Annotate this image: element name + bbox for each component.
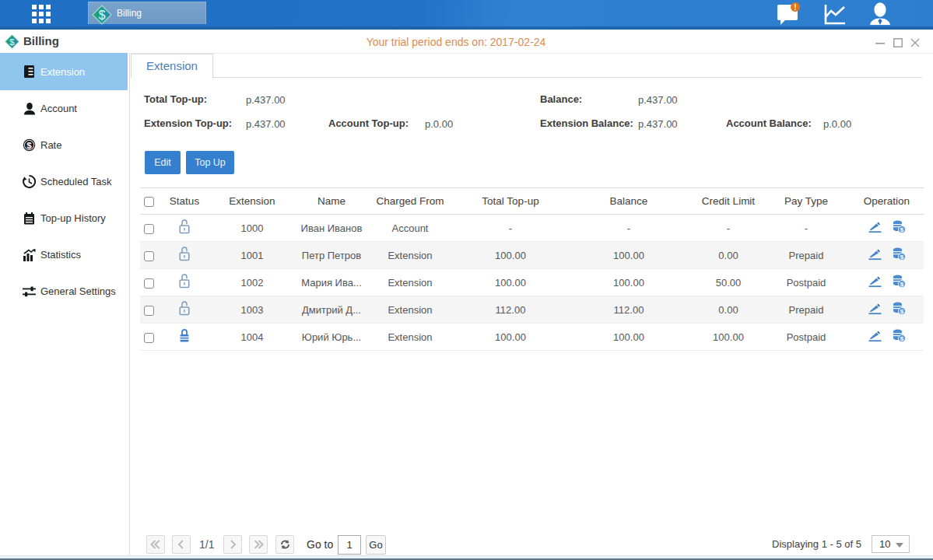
svg-text:$: $ (900, 281, 903, 288)
svg-text:$: $ (99, 8, 106, 21)
svg-text:$: $ (900, 308, 903, 315)
svg-text:$: $ (900, 254, 903, 261)
svg-text:$: $ (26, 141, 32, 150)
svg-text:$: $ (900, 335, 903, 342)
svg-text:$: $ (900, 226, 903, 233)
svg-text:!: ! (794, 3, 796, 12)
